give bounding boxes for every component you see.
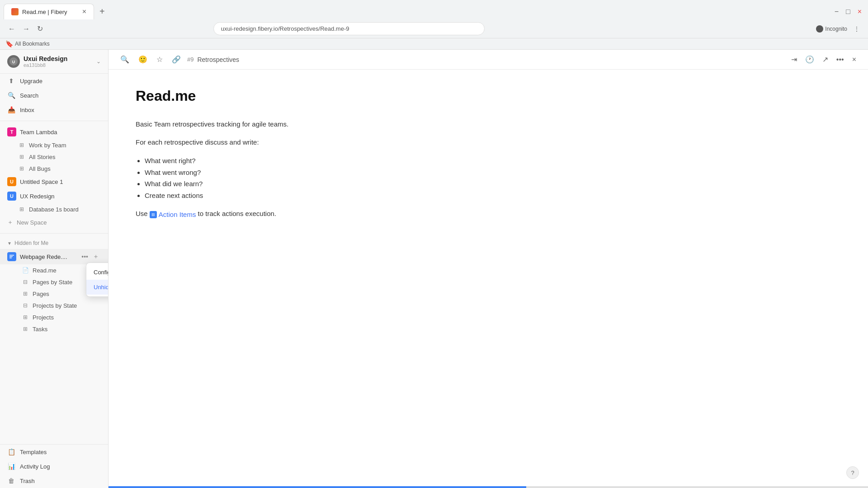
context-menu: Configure Unhide for me	[86, 263, 108, 297]
svg-text:U: U	[12, 60, 15, 64]
upgrade-label: Upgrade	[20, 78, 101, 84]
help-button[interactable]: ?	[846, 466, 859, 479]
address-bar-row: ← → ↻ uxui-redesign.fibery.io/Retrospect…	[0, 19, 868, 38]
toolbar-right: ⇥ 🕐 ↗ ••• ×	[788, 53, 859, 66]
all-bugs-label: All Bugs	[29, 165, 51, 172]
ux-redesign-label: UX Redesign	[20, 193, 55, 200]
workspace-chevron-icon: ⌄	[96, 58, 101, 65]
read-me-label: Read.me	[33, 267, 57, 274]
toolbar-close-button[interactable]: ×	[849, 53, 859, 66]
minimize-button[interactable]: −	[832, 6, 841, 18]
database-board-icon: ⊞	[18, 206, 25, 213]
sub-item-projects-by-state[interactable]: ⊟ Projects by State	[0, 300, 108, 311]
toolbar-emoji-button[interactable]: 🙂	[136, 53, 150, 66]
svg-rect-4	[9, 256, 13, 257]
address-bar[interactable]: uxui-redesign.fibery.io/Retrospectives/R…	[213, 22, 485, 35]
back-button[interactable]: ←	[5, 23, 18, 35]
sidebar-item-templates[interactable]: 📋 Templates	[0, 445, 108, 459]
webpage-item[interactable]: Webpage Rede.... ••• ＋ Configure Unhide …	[0, 249, 108, 264]
webpage-add-button[interactable]: ＋	[91, 252, 101, 262]
breadcrumb-retrospectives: Retrospectives	[197, 56, 239, 63]
new-tab-button[interactable]: +	[96, 5, 108, 19]
toolbar-sidebar-toggle[interactable]: ⇥	[788, 53, 800, 66]
doc-title: Read.me	[136, 88, 470, 104]
toolbar-star-button[interactable]: ☆	[154, 53, 165, 66]
sub-item-all-bugs[interactable]: ⊞ All Bugs	[0, 163, 108, 174]
context-menu-unhide[interactable]: Unhide for me	[86, 280, 108, 295]
workspace-avatar: U	[7, 55, 20, 68]
maximize-button[interactable]: □	[843, 6, 853, 18]
all-stories-icon: ⊞	[18, 153, 25, 160]
work-by-team-label: Work by Team	[29, 142, 66, 149]
app: U Uxui Redesign ea131bb8 ⌄ ⬆ Upgrade 🔍 S…	[0, 50, 868, 488]
read-me-icon: 📄	[22, 267, 29, 274]
inbox-label: Inbox	[20, 107, 101, 113]
tab-close-button[interactable]: ×	[82, 8, 86, 16]
bullet-1: What went right?	[145, 155, 470, 167]
toolbar-search-button[interactable]: 🔍	[118, 53, 132, 66]
tasks-icon: ⊞	[22, 325, 29, 333]
database-board-label: Database 1s board	[29, 206, 79, 213]
hidden-section-arrow-icon: ▼	[7, 241, 12, 246]
address-text: uxui-redesign.fibery.io/Retrospectives/R…	[221, 25, 349, 32]
svg-rect-5	[9, 258, 12, 258]
hidden-section-label: Hidden for Me	[14, 240, 48, 246]
doc-toolbar: 🔍 🙂 ☆ 🔗 #9 Retrospectives ⇥ 🕐 ↗ ••• ×	[108, 50, 868, 70]
webpage-icon	[7, 252, 16, 261]
progress-bar	[108, 486, 526, 488]
new-space-button[interactable]: ＋ New Space	[0, 215, 108, 230]
doc-para-1: Basic Team retrospectives tracking for a…	[136, 119, 470, 130]
para-3-suffix: to track actions execution.	[198, 210, 276, 217]
hidden-section-header[interactable]: ▼ Hidden for Me	[0, 237, 108, 249]
space-item-untitled-space-1[interactable]: U Untitled Space 1	[0, 174, 108, 189]
toolbar-share-button[interactable]: ↗	[820, 53, 831, 66]
webpage-label: Webpage Rede....	[20, 253, 76, 260]
untitled-space-1-icon: U	[7, 177, 16, 186]
bullet-2: What went wrong?	[145, 167, 470, 178]
projects-by-state-icon: ⊟	[22, 302, 29, 309]
pages-label: Pages	[33, 291, 49, 297]
sub-item-work-by-team[interactable]: ⊞ Work by Team	[0, 139, 108, 151]
doc-para-2: For each retrospective discuss and write…	[136, 137, 470, 148]
sub-item-database-board[interactable]: ⊞ Database 1s board	[0, 203, 108, 215]
space-item-team-lambda[interactable]: T Team Lambda	[0, 125, 108, 139]
pages-by-state-icon: ⊟	[22, 278, 29, 286]
window-close-button[interactable]: ×	[855, 6, 864, 18]
sidebar-item-upgrade[interactable]: ⬆ Upgrade	[0, 74, 108, 88]
activity-log-icon: 📊	[7, 462, 15, 470]
untitled-space-1-label: Untitled Space 1	[20, 178, 63, 185]
refresh-button[interactable]: ↻	[34, 23, 46, 35]
doc-body: Read.me Basic Team retrospectives tracki…	[108, 70, 497, 486]
extensions-button[interactable]: ⋮	[851, 23, 863, 34]
team-lambda-icon: T	[7, 127, 16, 136]
tasks-label: Tasks	[33, 326, 47, 333]
templates-icon: 📋	[7, 448, 15, 456]
workspace-header[interactable]: U Uxui Redesign ea131bb8 ⌄	[0, 50, 108, 74]
space-item-ux-redesign[interactable]: U UX Redesign	[0, 189, 108, 203]
sub-item-tasks[interactable]: ⊞ Tasks	[0, 323, 108, 335]
forward-button[interactable]: →	[20, 23, 33, 35]
all-stories-label: All Stories	[29, 154, 56, 160]
action-items-link[interactable]: ⊞ Action Items	[150, 209, 196, 220]
sidebar-item-search[interactable]: 🔍 Search	[0, 88, 108, 103]
templates-label: Templates	[20, 449, 101, 455]
trash-label: Trash	[20, 478, 101, 484]
tab-favicon	[11, 8, 19, 15]
sub-item-all-stories[interactable]: ⊞ All Stories	[0, 151, 108, 163]
toolbar-link-button[interactable]: 🔗	[169, 53, 184, 66]
sidebar-item-inbox[interactable]: 📥 Inbox	[0, 103, 108, 117]
projects-icon: ⊞	[22, 314, 29, 321]
sidebar-item-trash[interactable]: 🗑 Trash	[0, 474, 108, 488]
sidebar-item-activity-log[interactable]: 📊 Activity Log	[0, 459, 108, 474]
divider-middle	[0, 233, 108, 234]
context-menu-configure[interactable]: Configure	[86, 265, 108, 280]
team-lambda-label: Team Lambda	[20, 129, 57, 136]
action-items-link-icon: ⊞	[150, 211, 157, 218]
bullet-3: What did we learn?	[145, 178, 470, 190]
webpage-more-button[interactable]: •••	[80, 252, 90, 262]
toolbar-more-button[interactable]: •••	[834, 53, 847, 66]
active-tab[interactable]: Read.me | Fibery ×	[4, 4, 94, 19]
sub-item-projects[interactable]: ⊞ Projects	[0, 311, 108, 323]
svg-rect-3	[9, 255, 14, 256]
toolbar-history-button[interactable]: 🕐	[802, 53, 817, 66]
